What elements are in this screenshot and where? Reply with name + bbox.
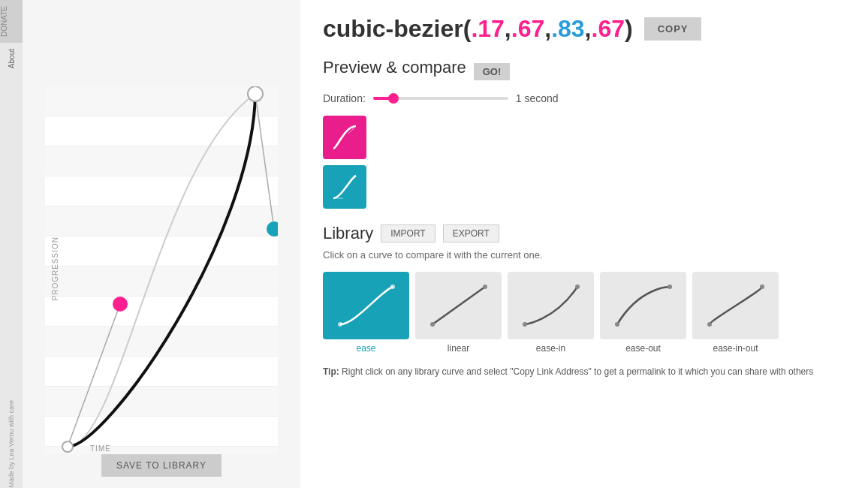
curve-item-ease-in-out[interactable]: ease-in-out [692, 272, 779, 354]
curve-box-ease [323, 272, 409, 339]
made-by-label: Made by Lea Verou with care [8, 393, 15, 488]
comma3: , [585, 15, 592, 42]
svg-line-16 [333, 137, 341, 149]
title-row: cubic-bezier(.17,.67,.83,.67) COPY [323, 15, 845, 43]
param3: .83 [551, 15, 584, 42]
curve-box-linear [415, 272, 502, 339]
svg-point-32 [760, 285, 764, 289]
curve-box-ease-in-out [692, 272, 779, 339]
curve-label-ease-in-out: ease-in-out [713, 343, 758, 354]
svg-point-14 [62, 441, 73, 452]
curve-box-ease-in [508, 272, 594, 339]
curve-item-ease-in[interactable]: ease-in [508, 272, 594, 354]
time-axis-label: TIME [90, 444, 111, 453]
duration-value: 1 second [516, 92, 559, 104]
import-button[interactable]: IMPORT [381, 224, 435, 242]
go-button[interactable]: GO! [474, 63, 511, 80]
param1: .17 [471, 15, 504, 42]
svg-point-22 [338, 322, 342, 327]
curve-box-ease-out [600, 272, 686, 339]
preview-title: Preview & compare [323, 58, 466, 77]
duration-slider[interactable] [373, 92, 508, 104]
sidebar: DONATE About Made by Lea Verou with care [0, 0, 23, 488]
duration-row: Duration: 1 second [323, 92, 845, 104]
svg-point-23 [390, 285, 395, 289]
svg-point-26 [483, 285, 487, 289]
library-title-row: Library IMPORT EXPORT [323, 224, 845, 243]
slider-thumb[interactable] [388, 93, 399, 104]
preview-boxes [323, 116, 845, 209]
function-name: cubic-bezier( [323, 15, 471, 42]
svg-point-30 [668, 285, 672, 289]
export-button[interactable]: EXPORT [443, 224, 499, 242]
curve-item-ease-out[interactable]: ease-out [600, 272, 686, 354]
svg-point-29 [615, 322, 619, 327]
function-title: cubic-bezier(.17,.67,.83,.67) [323, 15, 633, 43]
comma2: , [544, 15, 551, 42]
svg-rect-9 [45, 447, 278, 454]
svg-point-12 [113, 297, 128, 312]
svg-point-25 [430, 322, 435, 327]
param4: .67 [592, 15, 625, 42]
param2: .67 [511, 15, 544, 42]
duration-label: Duration: [323, 92, 366, 104]
preview-box-pink [323, 116, 366, 159]
svg-rect-3 [45, 86, 278, 116]
curve-label-ease: ease [356, 343, 375, 354]
curves-row: ease linear [323, 272, 845, 354]
canvas-area: TIME PROGRESSION SAVE TO LIBRARY [23, 0, 300, 488]
progression-axis-label: PROGRESSION [51, 236, 59, 300]
about-link[interactable]: About [5, 43, 19, 74]
curve-label-ease-in: ease-in [536, 343, 565, 354]
svg-point-28 [575, 285, 580, 289]
donate-button[interactable]: DONATE [0, 0, 23, 43]
close-paren: ) [625, 15, 633, 42]
svg-point-31 [707, 322, 712, 327]
right-panel: cubic-bezier(.17,.67,.83,.67) COPY Previ… [300, 0, 868, 488]
curve-item-ease[interactable]: ease [323, 272, 409, 354]
svg-rect-7 [45, 327, 278, 357]
svg-point-15 [248, 86, 263, 101]
copy-button[interactable]: COPY [644, 17, 702, 41]
preview-section: Preview & compare GO! Duration: 1 second [323, 58, 845, 209]
svg-rect-6 [45, 267, 278, 297]
tip-label: Tip: [323, 366, 339, 377]
library-title: Library [323, 224, 373, 243]
svg-rect-5 [45, 206, 278, 236]
comma1: , [505, 15, 511, 42]
tip-text: Right click on any library curve and sel… [339, 366, 814, 377]
curve-item-linear[interactable]: linear [415, 272, 502, 354]
preview-box-teal [323, 165, 366, 209]
svg-point-27 [523, 322, 527, 327]
curve-label-ease-out: ease-out [625, 343, 661, 354]
library-section: Library IMPORT EXPORT Click on a curve t… [323, 224, 845, 378]
curve-label-linear: linear [448, 343, 469, 354]
library-description: Click on a curve to compare it with the … [323, 249, 845, 261]
bezier-canvas[interactable]: TIME PROGRESSION [45, 86, 278, 454]
save-to-library-button[interactable]: SAVE TO LIBRARY [101, 454, 222, 477]
tip-section: Tip: Right click on any library curve an… [323, 365, 845, 378]
